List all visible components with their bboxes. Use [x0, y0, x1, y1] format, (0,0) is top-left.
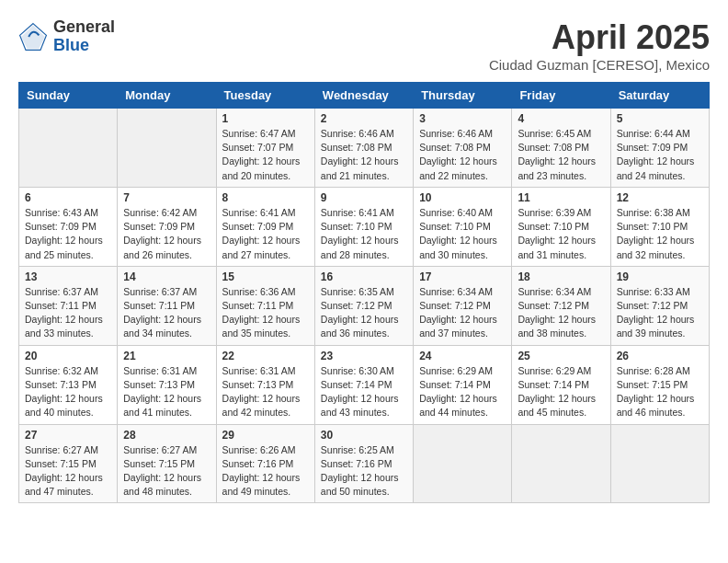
day-number: 26 [617, 350, 703, 362]
sunrise-text: Sunrise: 6:32 AM [25, 365, 98, 376]
daylight-text: Daylight: 12 hours and 34 minutes. [123, 314, 201, 339]
daylight-text: Daylight: 12 hours and 33 minutes. [25, 314, 103, 339]
sunset-text: Sunset: 7:11 PM [222, 300, 294, 311]
calendar-cell: 13Sunrise: 6:37 AMSunset: 7:11 PMDayligh… [19, 266, 118, 345]
daylight-text: Daylight: 12 hours and 44 minutes. [419, 393, 497, 418]
cell-info: Sunrise: 6:28 AMSunset: 7:15 PMDaylight:… [617, 364, 703, 420]
calendar-week-3: 13Sunrise: 6:37 AMSunset: 7:11 PMDayligh… [19, 266, 710, 345]
cell-info: Sunrise: 6:39 AMSunset: 7:10 PMDaylight:… [518, 206, 604, 262]
cell-info: Sunrise: 6:37 AMSunset: 7:11 PMDaylight:… [123, 285, 210, 341]
sunset-text: Sunset: 7:13 PM [25, 379, 97, 390]
day-number: 25 [518, 350, 604, 362]
sunrise-text: Sunrise: 6:39 AM [518, 207, 591, 218]
calendar-cell: 21Sunrise: 6:31 AMSunset: 7:13 PMDayligh… [118, 345, 216, 424]
daylight-text: Daylight: 12 hours and 28 minutes. [321, 235, 399, 259]
sunrise-text: Sunrise: 6:38 AM [617, 207, 690, 218]
daylight-text: Daylight: 12 hours and 42 minutes. [222, 393, 301, 418]
calendar-cell: 7Sunrise: 6:42 AMSunset: 7:09 PMDaylight… [118, 187, 216, 266]
sunrise-text: Sunrise: 6:29 AM [419, 365, 493, 376]
sunset-text: Sunset: 7:10 PM [518, 221, 589, 232]
sunrise-text: Sunrise: 6:29 AM [518, 365, 591, 376]
sunrise-text: Sunrise: 6:34 AM [419, 286, 493, 297]
sunset-text: Sunset: 7:12 PM [419, 300, 491, 311]
day-number: 10 [419, 191, 506, 204]
location-subtitle: Ciudad Guzman [CERESO], Mexico [489, 57, 710, 73]
sunset-text: Sunset: 7:09 PM [123, 221, 195, 232]
sunset-text: Sunset: 7:09 PM [25, 221, 97, 232]
calendar-cell [512, 424, 610, 503]
day-number: 28 [123, 429, 210, 442]
sunset-text: Sunset: 7:16 PM [222, 458, 294, 469]
month-title: April 2025 [489, 18, 710, 57]
cell-info: Sunrise: 6:29 AMSunset: 7:14 PMDaylight:… [419, 364, 506, 420]
sunrise-text: Sunrise: 6:26 AM [222, 444, 296, 455]
title-block: April 2025 Ciudad Guzman [CERESO], Mexic… [489, 18, 710, 73]
day-number: 7 [123, 191, 210, 204]
calendar-week-4: 20Sunrise: 6:32 AMSunset: 7:13 PMDayligh… [19, 345, 710, 424]
day-number: 27 [25, 429, 111, 442]
logo-blue-text: Blue [53, 37, 115, 55]
calendar-cell: 20Sunrise: 6:32 AMSunset: 7:13 PMDayligh… [19, 345, 118, 424]
calendar-cell: 29Sunrise: 6:26 AMSunset: 7:16 PMDayligh… [216, 424, 314, 503]
calendar-week-2: 6Sunrise: 6:43 AMSunset: 7:09 PMDaylight… [19, 187, 710, 266]
sunset-text: Sunset: 7:11 PM [123, 300, 195, 311]
sunrise-text: Sunrise: 6:40 AM [419, 207, 493, 218]
calendar-cell [610, 424, 709, 503]
cell-info: Sunrise: 6:32 AMSunset: 7:13 PMDaylight:… [25, 364, 111, 420]
cell-info: Sunrise: 6:36 AMSunset: 7:11 PMDaylight:… [222, 285, 309, 341]
sunrise-text: Sunrise: 6:43 AM [25, 207, 98, 218]
cell-info: Sunrise: 6:35 AMSunset: 7:12 PMDaylight:… [321, 285, 407, 341]
daylight-text: Daylight: 12 hours and 22 minutes. [419, 155, 497, 180]
calendar-cell: 12Sunrise: 6:38 AMSunset: 7:10 PMDayligh… [610, 187, 709, 266]
daylight-text: Daylight: 12 hours and 49 minutes. [222, 472, 301, 497]
daylight-text: Daylight: 12 hours and 41 minutes. [123, 393, 201, 418]
sunset-text: Sunset: 7:12 PM [518, 300, 589, 311]
day-number: 24 [419, 350, 506, 362]
day-number: 30 [321, 429, 407, 442]
cell-info: Sunrise: 6:25 AMSunset: 7:16 PMDaylight:… [321, 443, 407, 500]
cell-info: Sunrise: 6:37 AMSunset: 7:11 PMDaylight:… [25, 285, 111, 341]
day-number: 20 [25, 350, 111, 362]
day-number: 19 [617, 270, 703, 283]
calendar-cell [414, 424, 512, 503]
col-wednesday: Wednesday [314, 83, 413, 109]
sunrise-text: Sunrise: 6:42 AM [123, 207, 197, 218]
cell-info: Sunrise: 6:34 AMSunset: 7:12 PMDaylight:… [419, 285, 506, 341]
daylight-text: Daylight: 12 hours and 32 minutes. [617, 235, 695, 259]
cell-info: Sunrise: 6:31 AMSunset: 7:13 PMDaylight:… [222, 364, 309, 420]
calendar-cell: 1Sunrise: 6:47 AMSunset: 7:07 PMDaylight… [216, 109, 314, 188]
sunset-text: Sunset: 7:08 PM [321, 142, 392, 153]
calendar-cell: 14Sunrise: 6:37 AMSunset: 7:11 PMDayligh… [118, 266, 216, 345]
day-number: 29 [222, 429, 309, 442]
day-number: 18 [518, 270, 604, 283]
sunset-text: Sunset: 7:15 PM [617, 379, 688, 390]
calendar-cell [118, 109, 216, 188]
cell-info: Sunrise: 6:30 AMSunset: 7:14 PMDaylight:… [321, 364, 407, 420]
daylight-text: Daylight: 12 hours and 43 minutes. [321, 393, 399, 418]
sunset-text: Sunset: 7:14 PM [321, 379, 392, 390]
calendar-cell: 9Sunrise: 6:41 AMSunset: 7:10 PMDaylight… [314, 187, 413, 266]
cell-info: Sunrise: 6:34 AMSunset: 7:12 PMDaylight:… [518, 285, 604, 341]
sunset-text: Sunset: 7:08 PM [518, 142, 589, 153]
sunrise-text: Sunrise: 6:28 AM [617, 365, 690, 376]
daylight-text: Daylight: 12 hours and 39 minutes. [617, 314, 695, 339]
sunset-text: Sunset: 7:10 PM [617, 221, 688, 232]
daylight-text: Daylight: 12 hours and 21 minutes. [321, 155, 399, 180]
day-number: 5 [617, 112, 703, 125]
daylight-text: Daylight: 12 hours and 40 minutes. [25, 393, 103, 418]
day-number: 21 [123, 350, 210, 362]
sunset-text: Sunset: 7:15 PM [25, 458, 97, 469]
daylight-text: Daylight: 12 hours and 46 minutes. [617, 393, 695, 418]
calendar-cell: 23Sunrise: 6:30 AMSunset: 7:14 PMDayligh… [314, 345, 413, 424]
calendar-cell: 25Sunrise: 6:29 AMSunset: 7:14 PMDayligh… [512, 345, 610, 424]
calendar-week-5: 27Sunrise: 6:27 AMSunset: 7:15 PMDayligh… [19, 424, 710, 503]
col-tuesday: Tuesday [216, 83, 314, 109]
logo-general-text: General [53, 18, 115, 37]
sunrise-text: Sunrise: 6:31 AM [222, 365, 296, 376]
daylight-text: Daylight: 12 hours and 26 minutes. [123, 235, 201, 259]
day-number: 8 [222, 191, 309, 204]
sunset-text: Sunset: 7:15 PM [123, 458, 195, 469]
daylight-text: Daylight: 12 hours and 50 minutes. [321, 472, 399, 497]
cell-info: Sunrise: 6:42 AMSunset: 7:09 PMDaylight:… [123, 206, 210, 262]
day-number: 9 [321, 191, 407, 204]
